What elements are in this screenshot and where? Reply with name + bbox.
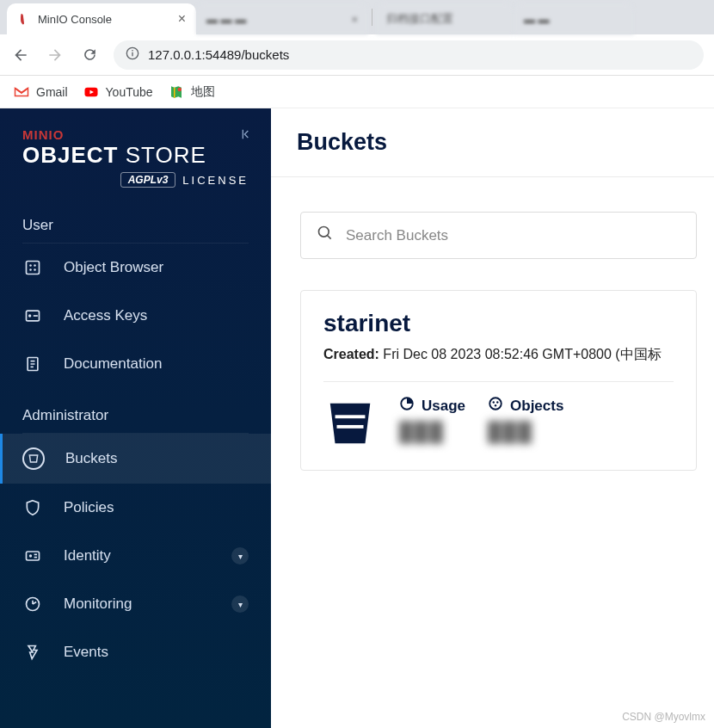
sidebar-item-label: Object Browser <box>64 259 163 276</box>
stat-usage: Usage ███ <box>399 396 465 443</box>
bucket-created: Created: Fri Dec 08 2023 08:52:46 GMT+08… <box>323 346 674 364</box>
bucket-card[interactable]: starinet Created: Fri Dec 08 2023 08:52:… <box>300 290 697 471</box>
section-user-header: User <box>22 198 249 244</box>
youtube-icon <box>83 84 99 100</box>
sidebar-item-buckets[interactable]: Buckets <box>0 434 271 484</box>
sidebar-item-documentation[interactable]: Documentation <box>0 340 271 388</box>
svg-point-14 <box>29 554 32 557</box>
logo-license-line: AGPLv3 LICENSE <box>22 172 249 188</box>
sidebar-header: MINIO OBJECT STORE AGPLv3 LICENSE <box>0 108 271 198</box>
browser-toolbar: 127.0.0.1:54489/buckets <box>0 34 714 76</box>
sidebar-item-label: Access Keys <box>64 307 147 324</box>
logo-product: OBJECT STORE <box>22 142 249 169</box>
forward-button[interactable] <box>45 45 65 65</box>
search-placeholder: Search Buckets <box>346 227 448 244</box>
search-input[interactable]: Search Buckets <box>300 212 697 259</box>
bucket-glyph-icon <box>323 396 377 451</box>
bookmark-label: Gmail <box>36 85 68 99</box>
bookmark-label: 地图 <box>191 84 215 100</box>
browser-tab-active[interactable]: MinIO Console × <box>7 3 196 34</box>
close-icon[interactable]: × <box>178 11 186 27</box>
bookmarks-bar: Gmail YouTube 地图 <box>0 76 714 108</box>
svg-rect-17 <box>335 415 366 418</box>
stat-label: Objects <box>510 398 563 415</box>
svg-point-6 <box>29 264 32 267</box>
svg-point-8 <box>29 268 32 271</box>
sidebar-item-label: Identity <box>64 547 111 565</box>
bookmark-label: YouTube <box>106 85 153 99</box>
page-title: Buckets <box>297 129 688 156</box>
svg-point-21 <box>493 401 495 403</box>
page-body: Search Buckets starinet Created: Fri Dec… <box>271 177 714 488</box>
stat-objects: Objects ███ <box>488 396 563 443</box>
tab-divider <box>372 9 372 26</box>
sidebar-item-identity[interactable]: Identity ▾ <box>0 532 271 580</box>
stat-value: ███ <box>399 421 465 443</box>
usage-icon <box>399 396 415 416</box>
object-browser-icon <box>22 257 43 278</box>
svg-rect-2 <box>132 50 132 51</box>
sidebar-item-policies[interactable]: Policies <box>0 484 271 532</box>
browser-tab-inactive-2[interactable]: 归档接口配置 <box>376 3 514 34</box>
sidebar-item-object-browser[interactable]: Object Browser <box>0 244 271 292</box>
svg-point-20 <box>489 398 502 410</box>
bookmark-maps[interactable]: 地图 <box>169 84 215 100</box>
logo-brand: MINIO <box>22 127 249 142</box>
access-keys-icon <box>22 305 43 326</box>
svg-point-9 <box>34 268 36 271</box>
watermark: CSDN @Myovlmx <box>622 711 705 723</box>
svg-rect-1 <box>132 52 132 57</box>
page-header: Buckets <box>271 108 714 177</box>
sidebar-item-label: Policies <box>64 499 114 516</box>
sidebar-item-label: Buckets <box>65 450 117 467</box>
svg-point-11 <box>28 314 31 317</box>
svg-point-22 <box>496 401 498 403</box>
collapse-sidebar-icon[interactable] <box>240 127 254 145</box>
svg-point-23 <box>495 404 496 406</box>
gmail-icon <box>14 84 29 100</box>
maps-icon <box>169 84 184 100</box>
sidebar-item-monitoring[interactable]: Monitoring ▾ <box>0 580 271 628</box>
divider <box>323 381 674 382</box>
svg-rect-5 <box>27 262 40 275</box>
app-root: MINIO OBJECT STORE AGPLv3 LICENSE User O… <box>0 108 714 728</box>
bucket-name: starinet <box>323 310 674 337</box>
svg-point-7 <box>34 264 36 267</box>
svg-rect-13 <box>27 552 40 560</box>
monitoring-icon <box>22 594 43 614</box>
sidebar-item-label: Documentation <box>64 355 162 373</box>
identity-icon <box>22 546 43 566</box>
sidebar: MINIO OBJECT STORE AGPLv3 LICENSE User O… <box>0 108 271 728</box>
objects-icon <box>488 396 503 416</box>
back-button[interactable] <box>10 45 31 65</box>
url-text: 127.0.0.1:54489/buckets <box>148 47 289 62</box>
main-content: Buckets Search Buckets starinet Created:… <box>271 108 714 728</box>
policies-icon <box>22 497 43 518</box>
search-icon <box>317 225 334 246</box>
sidebar-item-events[interactable]: Events <box>0 628 271 676</box>
chevron-down-icon: ▾ <box>231 547 249 565</box>
browser-tab-inactive[interactable]: ▬ ▬ ▬× <box>196 3 368 34</box>
sidebar-item-access-keys[interactable]: Access Keys <box>0 292 271 340</box>
bookmark-youtube[interactable]: YouTube <box>83 84 153 100</box>
tab-title: MinIO Console <box>38 13 112 26</box>
svg-point-4 <box>177 87 182 91</box>
section-admin-header: Administrator <box>22 388 249 434</box>
svg-rect-18 <box>337 425 364 429</box>
bookmark-gmail[interactable]: Gmail <box>14 84 68 100</box>
site-info-icon[interactable] <box>126 46 139 63</box>
svg-point-16 <box>319 227 329 238</box>
chevron-down-icon: ▾ <box>231 595 249 613</box>
stat-label: Usage <box>422 398 465 415</box>
minio-favicon <box>17 12 31 26</box>
browser-tab-inactive-3[interactable]: ▬ ▬ <box>514 3 634 34</box>
events-icon <box>22 642 43 663</box>
bucket-stats: Usage ███ Objects ███ <box>323 396 674 451</box>
stat-value: ███ <box>488 421 563 443</box>
agpl-badge: AGPLv3 <box>120 172 176 188</box>
bucket-icon <box>22 447 45 470</box>
documentation-icon <box>22 354 43 374</box>
sidebar-item-label: Monitoring <box>64 595 132 613</box>
reload-button[interactable] <box>79 45 100 65</box>
url-bar[interactable]: 127.0.0.1:54489/buckets <box>114 40 704 70</box>
